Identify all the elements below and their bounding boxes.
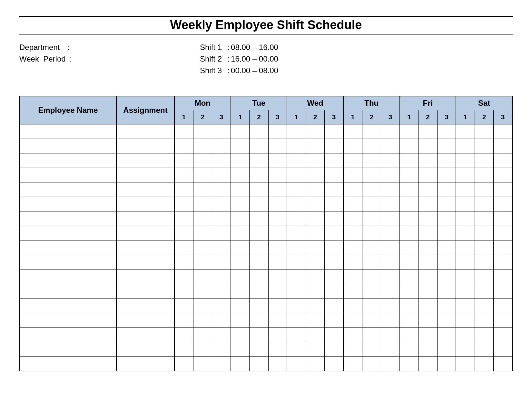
cell[interactable] (494, 313, 512, 328)
cell[interactable] (268, 284, 287, 298)
cell[interactable] (494, 139, 512, 153)
cell[interactable] (400, 168, 419, 182)
cell[interactable] (231, 211, 250, 226)
cell[interactable] (381, 313, 399, 328)
cell[interactable] (268, 226, 287, 240)
cell[interactable] (325, 139, 343, 153)
cell[interactable] (456, 182, 475, 197)
cell[interactable] (20, 269, 116, 284)
cell[interactable] (381, 269, 399, 284)
cell[interactable] (306, 197, 325, 211)
cell[interactable] (268, 153, 287, 168)
cell[interactable] (325, 269, 343, 284)
cell[interactable] (494, 255, 512, 269)
cell[interactable] (20, 153, 116, 168)
cell[interactable] (250, 153, 268, 168)
cell[interactable] (231, 240, 250, 255)
cell[interactable] (400, 124, 419, 139)
cell[interactable] (362, 124, 381, 139)
cell[interactable] (437, 269, 456, 284)
cell[interactable] (231, 255, 250, 269)
cell[interactable] (475, 342, 494, 357)
cell[interactable] (419, 298, 437, 313)
cell[interactable] (381, 298, 399, 313)
cell[interactable] (362, 211, 381, 226)
cell[interactable] (494, 269, 512, 284)
cell[interactable] (287, 182, 306, 197)
cell[interactable] (400, 153, 419, 168)
cell[interactable] (400, 240, 419, 255)
cell[interactable] (174, 240, 193, 255)
cell[interactable] (174, 182, 193, 197)
cell[interactable] (20, 168, 116, 182)
cell[interactable] (306, 342, 325, 357)
cell[interactable] (231, 298, 250, 313)
cell[interactable] (306, 153, 325, 168)
cell[interactable] (494, 357, 512, 371)
cell[interactable] (325, 313, 343, 328)
cell[interactable] (362, 139, 381, 153)
cell[interactable] (437, 211, 456, 226)
cell[interactable] (381, 124, 399, 139)
cell[interactable] (287, 168, 306, 182)
cell[interactable] (116, 269, 174, 284)
cell[interactable] (250, 328, 268, 342)
cell[interactable] (381, 139, 399, 153)
cell[interactable] (116, 168, 174, 182)
cell[interactable] (20, 139, 116, 153)
cell[interactable] (343, 328, 362, 342)
cell[interactable] (212, 197, 231, 211)
cell[interactable] (212, 139, 231, 153)
cell[interactable] (456, 153, 475, 168)
cell[interactable] (174, 342, 193, 357)
cell[interactable] (212, 168, 231, 182)
cell[interactable] (343, 153, 362, 168)
cell[interactable] (456, 269, 475, 284)
cell[interactable] (116, 211, 174, 226)
cell[interactable] (325, 168, 343, 182)
cell[interactable] (250, 298, 268, 313)
cell[interactable] (212, 182, 231, 197)
cell[interactable] (475, 313, 494, 328)
cell[interactable] (362, 357, 381, 371)
cell[interactable] (174, 269, 193, 284)
cell[interactable] (343, 357, 362, 371)
cell[interactable] (268, 197, 287, 211)
cell[interactable] (306, 313, 325, 328)
cell[interactable] (400, 298, 419, 313)
cell[interactable] (381, 197, 399, 211)
cell[interactable] (212, 284, 231, 298)
cell[interactable] (475, 153, 494, 168)
cell[interactable] (268, 298, 287, 313)
cell[interactable] (287, 153, 306, 168)
cell[interactable] (193, 153, 212, 168)
cell[interactable] (250, 168, 268, 182)
cell[interactable] (400, 284, 419, 298)
cell[interactable] (381, 255, 399, 269)
cell[interactable] (116, 313, 174, 328)
cell[interactable] (381, 182, 399, 197)
cell[interactable] (362, 197, 381, 211)
cell[interactable] (400, 139, 419, 153)
cell[interactable] (212, 342, 231, 357)
cell[interactable] (400, 269, 419, 284)
cell[interactable] (381, 284, 399, 298)
cell[interactable] (475, 226, 494, 240)
cell[interactable] (400, 357, 419, 371)
cell[interactable] (362, 269, 381, 284)
cell[interactable] (325, 284, 343, 298)
cell[interactable] (456, 124, 475, 139)
cell[interactable] (419, 153, 437, 168)
cell[interactable] (362, 298, 381, 313)
cell[interactable] (250, 197, 268, 211)
cell[interactable] (437, 240, 456, 255)
cell[interactable] (400, 182, 419, 197)
cell[interactable] (494, 168, 512, 182)
cell[interactable] (174, 153, 193, 168)
cell[interactable] (193, 211, 212, 226)
cell[interactable] (494, 153, 512, 168)
cell[interactable] (343, 124, 362, 139)
cell[interactable] (419, 182, 437, 197)
cell[interactable] (381, 226, 399, 240)
cell[interactable] (268, 211, 287, 226)
